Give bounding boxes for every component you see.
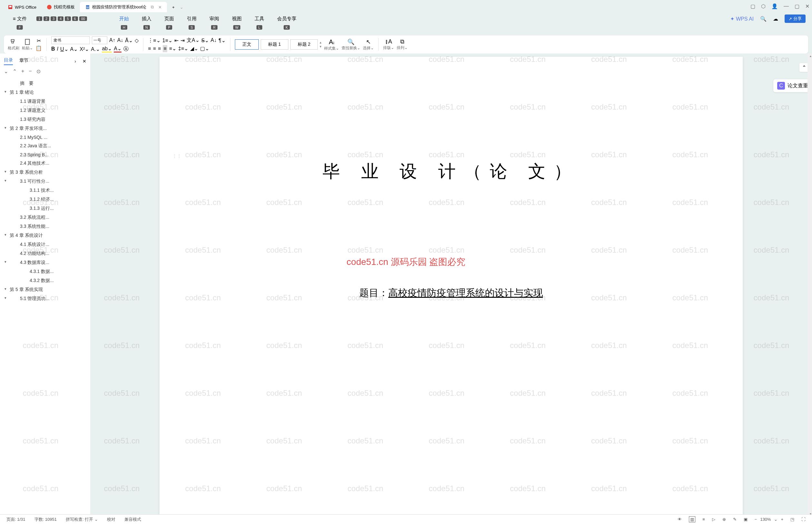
text-color-icon[interactable]: A⌄ xyxy=(114,46,121,52)
toc-item[interactable]: 3.1.1 技术... xyxy=(4,186,86,195)
menu-review[interactable]: 审阅R xyxy=(203,14,226,24)
superscript-icon[interactable]: X²⌄ xyxy=(80,46,89,52)
cube-icon[interactable]: ⬡ xyxy=(761,3,766,9)
styleset-icon[interactable]: Aᵢ xyxy=(329,38,334,46)
tab-close-icon[interactable]: ✕ xyxy=(158,5,162,10)
toc-item[interactable]: 4.3.2 数据... xyxy=(4,276,86,285)
toc-item[interactable]: 4.2 功能结构... xyxy=(4,249,86,258)
toc-item[interactable]: 第 4 章 系统设计 xyxy=(4,231,86,240)
menu-ref[interactable]: 引用S xyxy=(180,14,203,24)
menu-page[interactable]: 页面P xyxy=(158,14,180,24)
toc-item[interactable]: 3.3 系统性能... xyxy=(4,222,86,231)
italic-icon[interactable]: I xyxy=(57,46,58,52)
align-right-icon[interactable]: ≡ xyxy=(158,46,161,52)
toc-add-icon[interactable]: + xyxy=(21,68,24,75)
vertical-scrollbar[interactable]: ▴ ▾ xyxy=(808,53,812,516)
scroll-up-icon[interactable]: ▴ xyxy=(810,54,811,58)
style-h1[interactable]: 标题 1 xyxy=(261,39,288,50)
toc-item[interactable]: 第 2 章 开发环境... xyxy=(4,124,86,133)
wps-ai-button[interactable]: ✦ WPS AI xyxy=(730,16,754,22)
status-focus-icon[interactable]: ▣ xyxy=(744,517,748,522)
drag-handle-icon[interactable]: ⋮⋮ xyxy=(172,153,181,159)
search-icon[interactable]: 🔍 xyxy=(760,16,766,22)
minimize-icon[interactable]: — xyxy=(784,3,789,9)
format-brush-icon[interactable] xyxy=(10,38,17,46)
zoom-value[interactable]: 130% xyxy=(760,517,771,522)
paragraph-mark-icon[interactable]: ¶⌄ xyxy=(218,37,226,44)
chevron-down-icon[interactable]: ⌄ xyxy=(180,5,183,10)
toc-item[interactable]: 4.3.1 数据... xyxy=(4,267,86,276)
toc-item[interactable]: 第 3 章 系统分析 xyxy=(4,168,86,177)
toc-item[interactable]: 3.2 系统流程... xyxy=(4,213,86,222)
status-outline-icon[interactable]: ≡ xyxy=(702,517,705,522)
size-select[interactable] xyxy=(92,36,107,44)
close-window-icon[interactable]: ✕ xyxy=(805,3,809,9)
border-icon[interactable]: ▢⌄ xyxy=(200,46,209,52)
menu-vip[interactable]: 会员专享K xyxy=(271,14,303,24)
toc-item[interactable]: 3.1.2 经济... xyxy=(4,195,86,204)
strikethrough-icon[interactable]: S̶⌄ xyxy=(201,37,209,44)
toc-item[interactable]: 2.4 其他技术... xyxy=(4,159,86,168)
sidebar-tab-toc[interactable]: 目录 xyxy=(4,58,13,65)
tab-window-icon[interactable]: ⧉ xyxy=(151,4,154,10)
toc-abstract[interactable]: 摘 要 xyxy=(4,79,86,88)
toc-item[interactable]: 4.3 数据库设... xyxy=(4,258,86,267)
document-viewport[interactable]: ⋮⋮ 毕 业 设 计（论 文） 题目：高校疫情防疫管理系统的设计与实现 ⌃ C … xyxy=(90,53,812,516)
toc-item[interactable]: 1.1 课题背景 xyxy=(4,97,86,106)
toc-refresh-icon[interactable]: ⊙ xyxy=(36,68,40,75)
status-proof[interactable]: 校对 xyxy=(107,517,115,522)
toc-item[interactable]: 1.3 研究内容 xyxy=(4,115,86,124)
menu-hamburger[interactable]: ≡ 文件F xyxy=(6,14,33,24)
toc-item[interactable]: 4.1 系统设计... xyxy=(4,240,86,249)
menu-tool[interactable]: 工具L xyxy=(248,14,271,24)
toc-remove-icon[interactable]: − xyxy=(29,68,32,75)
paper-check-panel[interactable]: C 论文查重 xyxy=(773,79,812,92)
clear-format-icon[interactable]: ◇ xyxy=(135,37,138,44)
paste-icon[interactable] xyxy=(24,38,31,46)
sort-icon[interactable]: A↓ xyxy=(211,37,217,43)
menu-insert[interactable]: 插入N xyxy=(135,14,158,24)
style-h2[interactable]: 标题 2 xyxy=(290,39,318,50)
toc-item[interactable]: 1.2 课题意义 xyxy=(4,106,86,115)
increase-font-icon[interactable]: A↑ xyxy=(109,37,115,43)
style-gallery-expand-icon[interactable]: ▴▾ xyxy=(320,40,321,49)
toc-item[interactable]: 5.1 管理员功... xyxy=(4,294,86,303)
numbering-icon[interactable]: 1≡⌄ xyxy=(162,37,172,44)
toc-item[interactable]: 3.1 可行性分... xyxy=(4,177,86,186)
status-spell[interactable]: 拼写检查: 打开 ⌄ xyxy=(66,517,98,522)
toc-item[interactable]: 3.1.3 运行... xyxy=(4,204,86,213)
phonetic-icon[interactable]: A.⌄ xyxy=(91,46,100,52)
shading-icon[interactable]: ◢⌄ xyxy=(190,46,198,52)
tab-app[interactable]: WPS Office xyxy=(3,2,42,12)
decrease-indent-icon[interactable]: ⇤ xyxy=(174,37,179,44)
tab-add[interactable]: +⌄ xyxy=(167,2,188,12)
status-page[interactable]: 页面: 1/31 xyxy=(6,517,26,522)
distribute-icon[interactable]: ≡⌄ xyxy=(169,46,176,52)
sidebar-close-icon[interactable]: ✕ xyxy=(82,59,86,64)
bold-icon[interactable]: B xyxy=(51,46,55,52)
avatar-icon[interactable]: 👤 xyxy=(772,3,778,9)
menu-start[interactable]: 开始H xyxy=(113,14,135,24)
maximize-icon[interactable]: ▢ xyxy=(795,3,799,9)
select-icon[interactable]: ↖ xyxy=(366,38,371,46)
tab-document[interactable]: W 校园疫情防控管理系统boot论 ⧉ ✕ xyxy=(80,2,167,12)
zoom-dropdown-icon[interactable]: ⌄ xyxy=(774,517,778,522)
font-color-icon[interactable]: A⌄ xyxy=(70,46,78,52)
toc-up-icon[interactable]: ⌃ xyxy=(13,68,17,75)
toc-down-icon[interactable]: ⌄ xyxy=(4,68,8,75)
share-button[interactable]: ↗ 分享 xyxy=(784,15,806,23)
style-body[interactable]: 正文 xyxy=(235,39,259,50)
cloud-icon[interactable]: ☁ xyxy=(773,16,778,22)
sidebar-tab-chapter[interactable]: 章节 xyxy=(19,58,28,65)
status-read-icon[interactable]: ▷ xyxy=(712,517,715,522)
align-center-icon[interactable]: ≡ xyxy=(153,46,156,52)
toc-item[interactable]: 2.3 Spring B... xyxy=(4,150,86,159)
arrange-icon[interactable]: ⧉ xyxy=(400,38,404,45)
toc-item[interactable]: 2.1 MySQL ... xyxy=(4,133,86,142)
toc-item[interactable]: 第 5 章 系统实现 xyxy=(4,285,86,294)
menu-view[interactable]: 视图W xyxy=(226,14,248,24)
status-layout-icon[interactable]: ▥ xyxy=(689,516,695,522)
toc-item[interactable]: 第 1 章 绪论 xyxy=(4,88,86,97)
text-direction-icon[interactable]: 文A⌄ xyxy=(186,37,199,44)
status-web-icon[interactable]: ⊕ xyxy=(723,517,726,522)
